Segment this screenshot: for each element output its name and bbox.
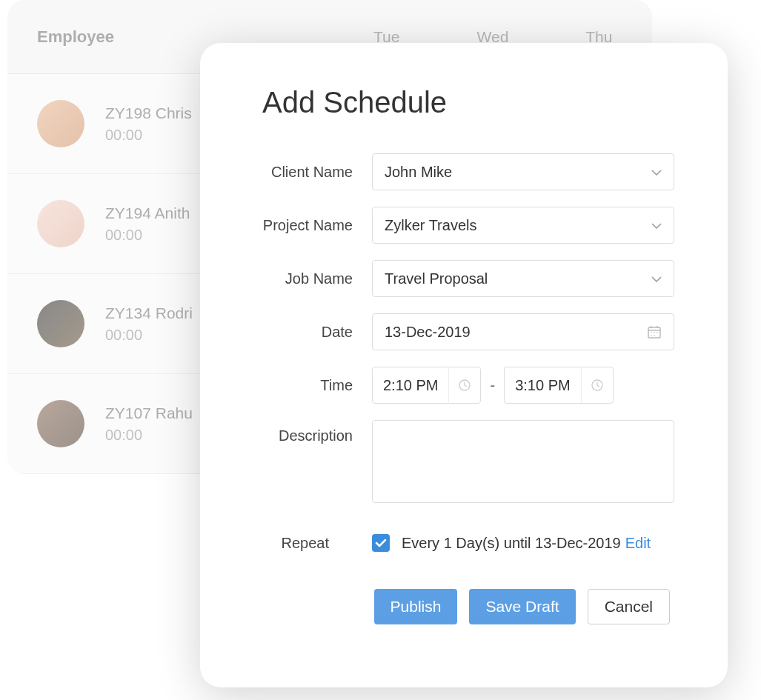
chevron-down-icon: [651, 272, 662, 285]
job-name-select[interactable]: Travel Proposal: [372, 260, 674, 297]
repeat-text: Every 1 Day(s) until 13-Dec-2019: [402, 535, 621, 552]
time-end-input[interactable]: 3:10 PM: [504, 367, 613, 404]
employee-time: 00:00: [105, 127, 192, 144]
save-draft-button[interactable]: Save Draft: [469, 589, 575, 624]
client-name-label: Client Name: [253, 164, 372, 181]
time-label: Time: [253, 377, 372, 394]
employee-name: Rahu: [156, 404, 193, 421]
repeat-checkbox[interactable]: [372, 534, 390, 552]
avatar: [37, 400, 84, 447]
svg-point-5: [654, 332, 655, 333]
avatar: [37, 300, 84, 347]
calendar-icon[interactable]: [647, 324, 662, 339]
repeat-label: Repeat: [253, 535, 372, 552]
employee-id: ZY194: [105, 204, 151, 221]
add-schedule-modal: Add Schedule Client Name John Mike Proje…: [200, 43, 728, 687]
employee-id: ZY198: [105, 104, 151, 121]
description-label: Description: [253, 420, 372, 444]
client-name-value: John Mike: [385, 164, 452, 181]
project-name-value: Zylker Travels: [385, 217, 476, 234]
date-input[interactable]: 13-Dec-2019: [372, 313, 674, 350]
project-name-label: Project Name: [253, 217, 372, 234]
client-name-select[interactable]: John Mike: [372, 153, 674, 190]
employee-time: 00:00: [105, 227, 190, 244]
job-name-label: Job Name: [253, 270, 372, 287]
employee-name: Chris: [156, 104, 192, 121]
project-name-select[interactable]: Zylker Travels: [372, 207, 674, 244]
chevron-down-icon: [651, 165, 662, 179]
svg-point-8: [654, 335, 655, 336]
job-name-value: Travel Proposal: [385, 270, 488, 287]
publish-button[interactable]: Publish: [374, 589, 458, 624]
repeat-edit-link[interactable]: Edit: [625, 535, 651, 552]
employee-name: Anith: [155, 204, 190, 221]
description-textarea[interactable]: [372, 420, 674, 503]
time-end-value: 3:10 PM: [505, 377, 580, 394]
chevron-down-icon: [651, 219, 662, 232]
avatar: [37, 200, 84, 247]
clock-icon: [458, 379, 471, 392]
date-value: 13-Dec-2019: [385, 324, 471, 341]
svg-point-7: [651, 335, 652, 336]
employee-id: ZY134: [105, 304, 151, 321]
svg-point-6: [657, 332, 658, 333]
cancel-button[interactable]: Cancel: [588, 589, 670, 624]
date-label: Date: [253, 324, 372, 341]
clock-icon: [591, 379, 604, 392]
avatar: [37, 100, 84, 147]
employee-id: ZY107: [105, 404, 151, 421]
modal-title: Add Schedule: [262, 86, 674, 119]
employee-name: Rodri: [156, 304, 193, 321]
svg-point-4: [651, 332, 652, 333]
time-start-input[interactable]: 2:10 PM: [372, 367, 481, 404]
time-separator: -: [490, 377, 495, 394]
employee-time: 00:00: [105, 427, 193, 444]
employee-time: 00:00: [105, 327, 193, 344]
time-start-value: 2:10 PM: [373, 377, 448, 394]
